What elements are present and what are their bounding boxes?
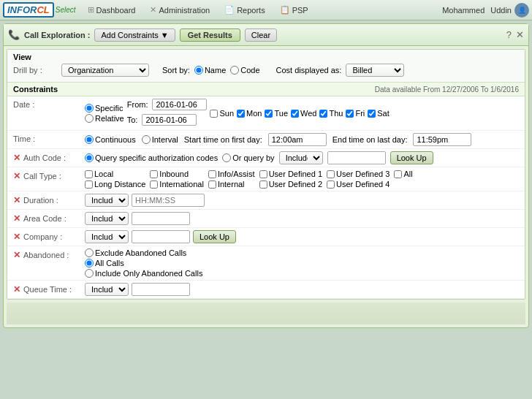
cost-select[interactable]: Billed [346,64,404,77]
time-label: Time : [13,133,79,143]
duration-label: ✕ Duration : [13,194,79,205]
info-assist-check[interactable]: Info/Assist [208,170,255,178]
company-remove-icon[interactable]: ✕ [13,232,20,242]
view-section: View Drill by : Organization Sort by: Na… [7,50,525,83]
duration-row: ✕ Duration : Includes [7,191,525,210]
duration-includes-select[interactable]: Includes [85,194,129,207]
auth-code-remove-icon[interactable]: ✕ [13,153,20,163]
date-options: Specific Relative [85,104,124,123]
psp-icon: 📋 [280,5,290,15]
relative-radio[interactable]: Relative [85,114,124,123]
inbound-check[interactable]: Inbound [150,170,204,178]
company-includes-select[interactable]: Includes [85,230,129,243]
reports-icon: 📄 [224,5,235,15]
queue-time-includes-select[interactable]: Includes [85,283,129,296]
local-check[interactable]: Local [85,170,145,178]
call-exploration-bar: 📞 Call Exploration : Add Constraints ▼ G… [4,24,528,46]
add-constraints-button[interactable]: Add Constraints ▼ [94,28,175,42]
user-def4-check[interactable]: User Defined 4 [327,180,390,189]
company-content: Includes Look Up [85,230,519,243]
user-avatar: 👤 [514,3,529,18]
user-def1-check[interactable]: User Defined 1 [259,170,322,178]
continuous-radio[interactable]: Continuous [85,135,136,144]
all-calls-radio[interactable]: All Calls [85,259,202,267]
call-type-label: ✕ Call Type : [13,170,79,181]
duration-remove-icon[interactable]: ✕ [13,195,20,205]
to-date-input[interactable] [142,114,197,126]
tue-check[interactable]: Tue [265,109,288,118]
abandoned-row: ✕ Abandoned : Exclude Abandoned Calls Al… [7,246,525,281]
nav-administration[interactable]: ✕ Administration [144,4,216,16]
end-time-input[interactable] [413,133,471,146]
sun-check[interactable]: Sun [210,109,234,118]
admin-icon: ✕ [150,5,156,15]
from-row: From: [127,99,208,110]
nav-reports[interactable]: 📄 Reports [218,4,271,16]
constraints-label: Constraints [13,85,58,94]
to-row: To: [127,114,208,126]
close-icon[interactable]: ✕ [516,29,524,40]
queue-time-input[interactable] [132,283,190,296]
view-label: View [13,53,519,61]
query-specific-radio[interactable]: Query specific authorization codes [85,153,218,162]
duration-input[interactable] [132,194,205,207]
mon-check[interactable]: Mon [237,109,262,118]
clear-button[interactable]: Clear [245,28,277,42]
company-lookup-button[interactable]: Look Up [193,230,236,243]
duration-content: Includes [85,194,519,207]
nav-user: Mohammed Uddin 👤 [442,3,529,18]
data-available: Data available From 12/27/2006 To 1/6/20… [375,86,519,94]
exclude-abandoned-radio[interactable]: Exclude Abandoned Calls [85,248,202,257]
specific-radio[interactable]: Specific [85,104,124,113]
call-type-remove-icon[interactable]: ✕ [13,171,20,181]
long-distance-check[interactable]: Long Distance [85,180,145,189]
all-check[interactable]: All [394,170,412,178]
drill-by-row: Drill by : Organization Sort by: Name Co… [13,64,519,77]
area-code-input[interactable] [132,212,190,225]
fri-check[interactable]: Fri [346,109,365,118]
international-check[interactable]: International [150,180,204,189]
area-code-row: ✕ Area Code : Includes [7,210,525,228]
time-row: Time : Continuous Interval Start time on… [7,131,525,149]
logo: INFOR CL Select [3,2,76,18]
sort-code-radio[interactable]: Code [230,66,259,75]
end-time-label: End time on last day: [332,135,408,144]
from-date-input[interactable] [152,99,207,110]
internal-check[interactable]: Internal [208,180,255,189]
wed-check[interactable]: Wed [291,109,316,118]
logo-cl: CL [37,4,49,15]
auth-code-content: Query specific authorization codes Or qu… [85,151,433,164]
or-query-radio[interactable]: Or query by [222,153,274,162]
area-code-label: ✕ Area Code : [13,212,79,224]
auth-includes-select[interactable]: Includes [279,151,323,164]
date-content: Specific Relative From: To: [85,99,519,128]
get-results-button[interactable]: Get Results [180,28,240,42]
user-def3-check[interactable]: User Defined 3 [327,170,390,178]
dropdown-icon: ▼ [161,31,169,39]
date-row: Date : Specific Relative [7,96,525,131]
company-input[interactable] [132,230,190,243]
abandoned-remove-icon[interactable]: ✕ [13,250,20,260]
area-code-remove-icon[interactable]: ✕ [13,213,20,224]
auth-lookup-button[interactable]: Look Up [390,151,433,164]
area-code-includes-select[interactable]: Includes [85,212,129,225]
queue-time-content: Includes [85,283,519,296]
auth-code-input[interactable] [327,151,386,164]
help-icon[interactable]: ? [506,29,512,40]
nav-psp[interactable]: 📋 PSP [274,4,314,16]
thu-check[interactable]: Thu [319,109,343,118]
queue-time-remove-icon[interactable]: ✕ [13,284,20,294]
nav-dashboard[interactable]: ⊞ Dashboard [82,4,142,16]
drill-by-select[interactable]: Organization [61,64,149,77]
sat-check[interactable]: Sat [368,109,390,118]
abandoned-label: ✕ Abandoned : [13,248,79,260]
interval-radio[interactable]: Interval [142,135,178,144]
drill-by-label: Drill by : [13,66,57,75]
scroll-area[interactable]: Date : Specific Relative [7,96,525,299]
sort-name-radio[interactable]: Name [194,66,226,75]
user-def2-check[interactable]: User Defined 2 [259,180,322,189]
include-only-radio[interactable]: Include Only Abandoned Calls [85,269,202,278]
panel: View Drill by : Organization Sort by: Na… [7,49,525,300]
reflection [7,303,525,324]
start-time-input[interactable] [268,133,327,146]
